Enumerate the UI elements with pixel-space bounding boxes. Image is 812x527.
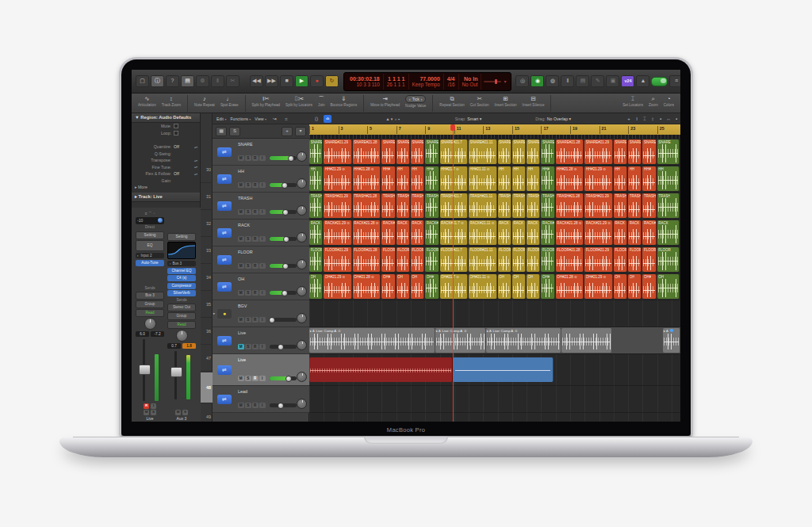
audio-region[interactable]: RACK#21.29 ⊙ [324,220,352,245]
pan-knob[interactable] [297,151,307,162]
track-sort-button[interactable]: ▾ [295,127,306,136]
bounce-regions-button[interactable]: ⇓Bounce Regions [331,95,358,107]
insert-silence-button[interactable]: ⊟Insert Silence [523,95,545,107]
audio-region[interactable]: TRASH# [381,193,395,218]
io-slot[interactable]: ◐Input 2 [136,253,164,259]
region-inspector-header[interactable]: ▼ Region: Audio Defaults [132,113,200,123]
split-by-locators-button[interactable]: ⌷✂Split by Locators [285,95,312,107]
solo-button[interactable]: S [245,182,251,188]
track-header-hh-31[interactable]: ⇌HHMSRI [213,166,309,193]
replace-icon[interactable]: ▣ [606,75,619,87]
input-monitor-button[interactable]: I [259,209,266,215]
parameter-stepper-icon[interactable]: ▴▾ [194,145,197,149]
audio-region[interactable]: OH [309,274,323,299]
volume-knob[interactable] [269,317,275,323]
track-header-lead-49[interactable]: ⇌LeadMSRI [213,386,309,413]
pan-knob[interactable] [297,286,307,296]
io-display[interactable]: No InNo Out [459,74,482,90]
record-enable-button[interactable]: R [144,403,149,409]
position-display[interactable]: 1 1 1 126 1 1 1 [384,74,409,90]
audio-region[interactable]: SNARE [657,139,680,164]
solo-button[interactable]: S [245,209,251,215]
audio-region[interactable]: RACK#21.7 ⊙ [440,220,469,245]
track-header-rack-33[interactable]: ⇌RACKMSRI [213,220,309,246]
audio-region[interactable]: TRASH#21.7 [440,193,469,218]
audio-region[interactable]: HH# [541,166,554,191]
input-monitor-button[interactable]: I [151,403,156,409]
track-header-live-47[interactable]: ⇌LiveMSRI [213,327,309,354]
audio-region[interactable]: SNARE [512,139,526,164]
drag-menu[interactable]: Drag:No Overlap ▾ [535,116,571,121]
mute-button[interactable]: M [238,290,244,296]
audio-region[interactable]: OH [628,274,642,299]
lcd-volume-slider[interactable] [484,81,501,82]
audio-region[interactable]: RACK#21.28 ⊙ [556,220,584,245]
record-enable-button[interactable]: R [252,182,259,188]
track-number[interactable]: 49 [201,404,213,422]
volume-knob[interactable] [282,182,288,189]
track-number[interactable]: 32 [201,211,213,237]
mute-button[interactable]: M [238,209,244,215]
parameter-checkbox[interactable] [174,124,178,128]
playhead[interactable] [453,124,454,422]
input-monitor-button[interactable]: I [259,344,266,349]
audio-region[interactable]: SNARE# [381,139,395,164]
audio-region[interactable]: HH [396,166,410,191]
setting-button[interactable]: Setting [136,231,164,239]
parameter-stepper-icon[interactable]: ▴▾ [194,165,197,169]
audio-region[interactable]: FLOOR# [381,247,395,272]
audio-region[interactable]: HH# [381,166,395,191]
audio-region[interactable]: HH#21.11 ⊙ [469,166,497,191]
shuffle-icon[interactable]: ⌶ [641,115,649,123]
red-comp-region[interactable] [309,357,453,382]
audio-region[interactable]: SNARE [527,139,540,164]
track-header-bgv-36[interactable]: ▸●BGVMSRI [213,300,309,327]
gain-reduction-display[interactable]: -10 [136,217,164,224]
lock-icon[interactable]: ▪ [657,115,665,123]
lock2-icon[interactable]: ▪ [672,115,680,123]
solo-button[interactable]: S [245,155,251,161]
audio-region[interactable]: HH [498,166,511,191]
input-monitor-button[interactable]: I [259,263,266,269]
audio-region[interactable]: FLOOR#21.29 [584,247,613,272]
track-number[interactable]: 35 [201,292,213,318]
tempo-display[interactable]: 77.0000Keep Tempo [409,74,444,90]
toolbar-toggle-icon[interactable]: ▤ [181,75,194,87]
display-mode-icon[interactable]: ▢ [136,75,149,87]
cycle-button[interactable]: ↻ [325,75,339,87]
inspector-toggle-icon[interactable]: ⓘ [151,75,164,87]
quick-help-icon[interactable]: ? [166,75,179,87]
audio-region[interactable]: OH# [642,274,656,299]
input-monitor-button[interactable]: I [259,236,266,242]
audio-region[interactable]: OH [527,274,540,299]
track-header-live-48[interactable]: ⇌LiveMSRI [213,354,309,386]
volume-knob[interactable] [278,403,284,409]
track-number[interactable]: 31 [201,184,213,210]
record-enable-button[interactable]: R [252,344,259,349]
track-number[interactable]: 34 [201,265,213,291]
audio-region[interactable]: HH#21.28 ⊙ [353,166,381,191]
pan-knob[interactable] [297,372,307,382]
audio-region[interactable]: OH#21.29 ⊙ [584,274,613,299]
record-button[interactable]: ● [310,75,324,87]
audio-region[interactable]: RACK# [642,220,656,245]
move-to-playhead-button[interactable]: ⇥Move to Playhead [370,95,400,107]
audio-region[interactable]: FLOOR# [642,247,656,272]
volume-knob[interactable] [285,376,292,382]
parameter-value[interactable]: Off [174,144,179,149]
solo-button[interactable]: S [182,410,188,415]
take-region[interactable] [561,328,612,353]
blue-comp-region[interactable] [453,357,553,382]
take-region[interactable]: ▸ ALive: Comp A⊙ [486,328,561,353]
audio-region[interactable]: TRASH# [541,193,554,218]
lcd-menu-caret[interactable]: ▾ [504,78,506,84]
audio-region[interactable]: HH# [642,166,656,191]
list-editors-icon[interactable]: ≡ [669,75,680,87]
audio-region[interactable]: OH [614,274,627,299]
record-enable-button[interactable]: R [252,290,259,296]
volume-knob[interactable] [288,155,294,162]
solo-button[interactable]: S [151,410,156,415]
set-locators-button[interactable]: ⌶Set Locators [622,95,643,107]
audio-region[interactable]: OH# [381,274,395,299]
smart-controls-icon[interactable]: ‖ [211,75,224,87]
